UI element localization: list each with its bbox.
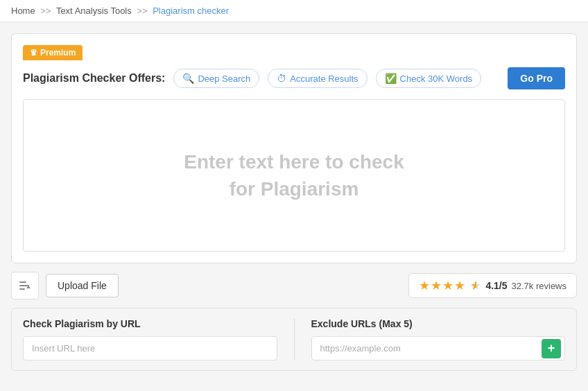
breadcrumb-sep2: >> <box>137 6 147 16</box>
svg-rect-0 <box>19 281 26 283</box>
feature-check-30k-label: Check 30K Words <box>400 73 473 84</box>
star-half: ★★ <box>470 278 481 293</box>
feature-deep-search-label: Deep Search <box>198 73 250 84</box>
action-bar: Upload File ★★★★★★ 4.1/5 32.7k reviews <box>11 272 577 299</box>
check-url-col: Check Plagiarism by URL <box>23 318 277 360</box>
breadcrumb-sep1: >> <box>40 6 51 16</box>
breadcrumb-text-analysis[interactable]: Text Analysis Tools <box>56 6 132 16</box>
add-url-button[interactable]: + <box>542 339 561 358</box>
check-url-input-wrapper <box>23 336 277 360</box>
feature-deep-search: 🔍 Deep Search <box>173 69 259 88</box>
rating-score: 4.1/5 <box>485 280 507 291</box>
check-url-input[interactable] <box>23 336 277 360</box>
breadcrumb-current: Plagiarism checker <box>153 6 229 16</box>
feature-accurate-results-label: Accurate Results <box>290 73 358 84</box>
svg-rect-2 <box>19 288 25 290</box>
rating-reviews: 32.7k reviews <box>512 281 567 291</box>
go-pro-button[interactable]: Go Pro <box>508 67 565 89</box>
checkmark-icon: ✅ <box>385 73 397 84</box>
check-url-label: Check Plagiarism by URL <box>23 318 277 329</box>
exclude-url-input-wrapper: + <box>311 336 566 360</box>
exclude-url-input[interactable] <box>311 336 566 360</box>
clock-icon: ⏱ <box>277 73 286 84</box>
premium-badge: Premium <box>23 45 83 60</box>
rating-area: ★★★★★★ 4.1/5 32.7k reviews <box>408 273 577 298</box>
svg-rect-1 <box>19 285 29 286</box>
text-input-area[interactable]: Enter text here to check for Plagiarism <box>23 99 565 252</box>
breadcrumb: Home >> Text Analysis Tools >> Plagiaris… <box>0 0 588 22</box>
format-icon-button[interactable] <box>11 272 39 299</box>
exclude-url-label: Exclude URLs (Max 5) <box>311 318 566 329</box>
upload-file-button[interactable]: Upload File <box>46 274 119 297</box>
checker-header: Plagiarism Checker Offers: 🔍 Deep Search… <box>23 67 565 89</box>
textarea-placeholder: Enter text here to check for Plagiarism <box>170 134 417 216</box>
plagiarism-checker-card: Premium Plagiarism Checker Offers: 🔍 Dee… <box>11 33 577 263</box>
breadcrumb-home[interactable]: Home <box>11 6 35 16</box>
feature-check-30k: ✅ Check 30K Words <box>376 69 482 88</box>
stars-full: ★★★★ <box>419 278 466 293</box>
feature-accurate-results: ⏱ Accurate Results <box>268 69 367 88</box>
url-divider <box>294 318 295 360</box>
search-icon: 🔍 <box>182 73 194 84</box>
url-section: Check Plagiarism by URL Exclude URLs (Ma… <box>11 308 577 371</box>
exclude-url-col: Exclude URLs (Max 5) + <box>311 318 566 360</box>
checker-title: Plagiarism Checker Offers: <box>23 72 165 85</box>
